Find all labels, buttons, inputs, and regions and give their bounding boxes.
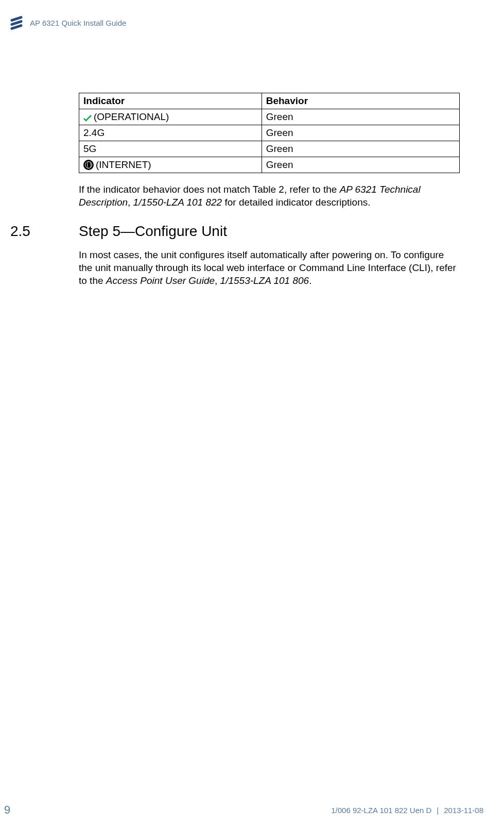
footer-separator: | (437, 806, 439, 815)
footer-docid: 1/006 92-LZA 101 822 Uen D (331, 806, 431, 815)
checkmark-icon (83, 113, 92, 121)
cell-text: (INTERNET) (96, 159, 151, 171)
section-heading-row: 2.5 Step 5—Configure Unit (10, 223, 460, 240)
table-header-row: Indicator Behavior (79, 93, 460, 109)
text: . (309, 275, 311, 286)
cell-indicator: (INTERNET) (79, 157, 262, 173)
cell-behavior: Green (262, 125, 459, 141)
doc-number-italic: 1/1553-LZA 101 806 (220, 275, 309, 286)
text: for detailed indicator descriptions. (222, 197, 370, 208)
page-header: AP 6321 Quick Install Guide (9, 15, 126, 30)
page-number: 9 (0, 803, 10, 817)
paragraph-body: In most cases, the unit configures itsel… (79, 249, 460, 287)
cell-text: (OPERATIONAL) (94, 111, 169, 123)
text: , (128, 197, 133, 208)
cell-indicator: (OPERATIONAL) (79, 109, 262, 125)
main-content: Indicator Behavior (OPERATIONAL) Green 2… (79, 93, 460, 301)
cell-behavior: Green (262, 157, 459, 173)
cell-indicator: 2.4G (79, 125, 262, 141)
ericsson-logo-icon (9, 15, 24, 30)
section-number: 2.5 (10, 223, 79, 240)
text: If the indicator behavior does not match… (79, 184, 340, 195)
header-title: AP 6321 Quick Install Guide (30, 19, 126, 27)
table-row: (OPERATIONAL) Green (79, 109, 460, 125)
cell-indicator: 5G (79, 141, 262, 157)
doc-number-italic: 1/1550-LZA 101 822 (133, 197, 222, 208)
table-row: 2.4G Green (79, 125, 460, 141)
footer-right: 1/006 92-LZA 101 822 Uen D | 2013-11-08 (331, 806, 483, 815)
indicator-table: Indicator Behavior (OPERATIONAL) Green 2… (79, 93, 460, 173)
text: , (215, 275, 220, 286)
footer-date: 2013-11-08 (444, 806, 483, 815)
col-header-behavior: Behavior (262, 93, 459, 109)
paragraph-note: If the indicator behavior does not match… (79, 183, 460, 209)
section-title: Step 5—Configure Unit (79, 223, 227, 240)
table-row: (INTERNET) Green (79, 157, 460, 173)
cell-behavior: Green (262, 109, 459, 125)
cell-behavior: Green (262, 141, 459, 157)
page-footer: 9 1/006 92-LZA 101 822 Uen D | 2013-11-0… (0, 803, 483, 817)
doc-title-italic: Access Point User Guide (106, 275, 215, 286)
col-header-indicator: Indicator (79, 93, 262, 109)
table-row: 5G Green (79, 141, 460, 157)
globe-icon (83, 160, 94, 170)
